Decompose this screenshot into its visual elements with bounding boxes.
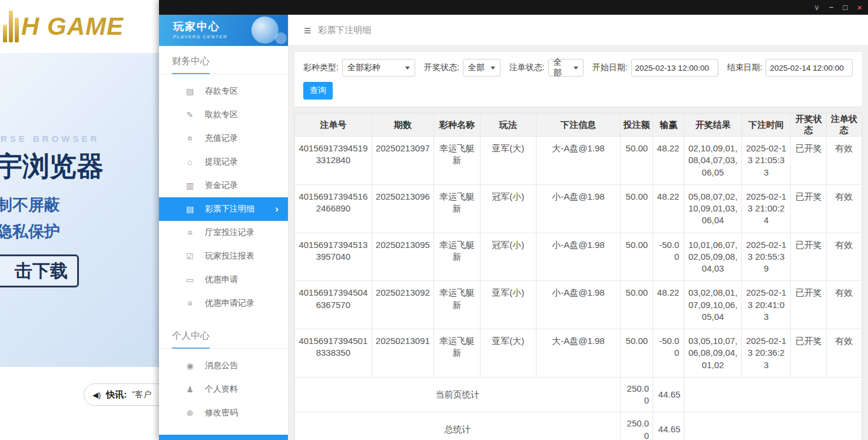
deposit-icon: ▤ [185, 87, 195, 96]
cell-order-status: 有效 [826, 137, 862, 185]
col-order-no: 注单号 [295, 114, 372, 137]
bet-table-panel: 注单号 期数 彩种名称 玩法 下注信息 投注额 输赢 开奖结果 下注时间 开奖状… [294, 113, 863, 440]
start-date-input[interactable] [631, 59, 718, 77]
hh-game-logo: H GAME [3, 11, 124, 42]
cell-lottery: 幸运飞艇新 [434, 233, 480, 281]
chevron-down-icon [405, 67, 410, 70]
cell-play: 冠军(小) [480, 233, 536, 281]
window-titlebar: ∨ − □ × [159, 0, 868, 15]
cell-winloss: 48.22 [653, 281, 684, 329]
browser-promo-banner: ERSE BROWSER 宇浏览器 制不屏蔽 隐私保护 击下载 [0, 53, 159, 367]
hamburger-menu-icon[interactable]: ≡ [304, 24, 311, 37]
cell-draw-status: 已开奖 [791, 184, 826, 233]
sidebar-item-deposit-zone[interactable]: ▤ 存款专区 [159, 80, 288, 103]
cell-period: 20250213096 [372, 184, 434, 233]
summary-empty [684, 377, 862, 412]
total-summary-row: 总统计 250.00 44.65 [295, 412, 862, 440]
hall-record-icon: ≡ [185, 228, 195, 237]
speaker-icon: ◀) [92, 391, 101, 399]
banner-headline: 宇浏览器 [0, 148, 104, 185]
fund-record-icon: ▥ [185, 181, 195, 190]
draw-status-select[interactable]: 全部 [463, 59, 501, 77]
sidebar-item-label: 玩家投注报表 [205, 251, 254, 262]
table-header-row: 注单号 期数 彩种名称 玩法 下注信息 投注额 输赢 开奖结果 下注时间 开奖状… [295, 114, 862, 137]
cell-lottery: 幸运飞艇新 [434, 184, 480, 233]
page-summary-row: 当前页统计 250.00 44.65 [295, 377, 862, 412]
table-row: 401569173945133957040 20250213095 幸运飞艇新 … [295, 233, 862, 281]
section-title: 财务中心 [172, 55, 210, 74]
chevron-down-icon [574, 67, 578, 70]
sidebar-item-hall-bet-records[interactable]: ≡ 厅室投注记录 [159, 221, 288, 244]
window-close-icon[interactable]: × [857, 3, 862, 12]
logo-text: H GAME [21, 11, 124, 42]
banner-subline-1: 制不屏蔽 [0, 194, 60, 216]
sidebar-item-label: 彩票下注明细 [205, 204, 254, 214]
cell-play: 亚军(大) [480, 137, 536, 185]
cell-result: 03,05,10,07,06,08,09,04,01,02 [684, 329, 742, 378]
section-personal-center: 个人中心 [159, 330, 288, 349]
players-center-window: ∨ − □ × 玩家中心 PLAYERS CENTER 财务中心 ▤ 存款专区 [159, 0, 868, 440]
cell-result: 03,02,08,01,07,09,10,06,05,04 [684, 281, 742, 329]
news-ticker: ◀) 快讯: “客户 [84, 383, 159, 406]
order-status-select[interactable]: 全部 [548, 59, 584, 77]
withdrawal-record-icon: ⌂ [185, 157, 195, 167]
start-date-label: 开始日期: [592, 62, 628, 73]
col-period: 期数 [372, 114, 434, 137]
sidebar-item-lottery-bet-details[interactable]: ▤ 彩票下注明细 › [159, 197, 288, 221]
col-play: 玩法 [480, 114, 536, 137]
cell-order-status: 有效 [826, 233, 862, 281]
summary-label: 当前页统计 [295, 377, 621, 412]
summary-winloss: 44.65 [653, 377, 684, 412]
sidebar-item-promo-apply-records[interactable]: ≡ 优惠申请记录 [159, 292, 288, 315]
page-header: ≡ 彩票下注明细 [289, 15, 868, 46]
sidebar-item-message-announcements[interactable]: ◉ 消息公告 [159, 354, 288, 378]
password-gear-icon: ⊛ [185, 408, 195, 418]
cell-play: 亚军(大) [480, 329, 536, 378]
col-bet-amount: 投注额 [620, 114, 652, 137]
window-maximize-icon[interactable]: □ [843, 4, 847, 11]
banner-english-line: ERSE BROWSER [0, 134, 100, 144]
sidebar-item-player-bet-report[interactable]: ☑ 玩家投注报表 [159, 244, 288, 268]
sidebar-item-label: 修改密码 [205, 408, 238, 418]
sidebar-item-withdraw-zone[interactable]: ✎ 取款专区 [159, 103, 288, 127]
window-minimize-icon[interactable]: − [829, 4, 834, 11]
order-status-label: 注单状态: [509, 62, 545, 73]
cell-order-no: 401569173945162466890 [295, 184, 372, 233]
sidebar-item-fund-records[interactable]: ▥ 资金记录 [159, 174, 288, 197]
cell-time: 2025-02-13 20:55:39 [741, 233, 790, 281]
filter-panel: 彩种类型: 全部彩种 开奖状态: 全部 注单状态: 全部 [294, 51, 863, 107]
search-button[interactable]: 查询 [303, 82, 333, 100]
sidebar-item-label: 充值记录 [205, 133, 238, 144]
lottery-type-select[interactable]: 全部彩种 [342, 59, 415, 77]
table-row: 401569173945046367570 20250213092 幸运飞艇新 … [295, 281, 862, 329]
section-finance-center: 财务中心 [159, 55, 288, 74]
cell-time: 2025-02-13 20:41:03 [741, 281, 790, 329]
table-row: 401569173945018338350 20250213091 幸运飞艇新 … [295, 329, 862, 378]
sidebar-item-recharge-records[interactable]: ¤ 充值记录 [159, 127, 288, 150]
background-site-header: H GAME [0, 0, 159, 53]
cell-period: 20250213095 [372, 233, 434, 281]
cell-order-status: 有效 [826, 329, 862, 378]
cell-bet-info: 小-A盘@1.98 [536, 233, 621, 281]
cell-amount: 50.00 [620, 329, 652, 378]
cell-order-no: 401569173945046367570 [295, 281, 372, 329]
end-date-input[interactable] [766, 59, 853, 77]
cell-amount: 50.00 [620, 184, 652, 233]
sidebar-item-withdrawal-records[interactable]: ⌂ 提现记录 [159, 150, 288, 174]
sidebar-item-label: 个人资料 [205, 384, 238, 395]
profile-icon: ♟ [185, 385, 195, 394]
download-button[interactable]: 击下载 [0, 254, 79, 287]
sidebar-item-label: 取款专区 [205, 110, 238, 120]
cell-bet-info: 大-A盘@1.98 [536, 329, 621, 378]
summary-label: 总统计 [295, 412, 621, 440]
cell-draw-status: 已开奖 [791, 329, 826, 378]
sidebar-item-personal-profile[interactable]: ♟ 个人资料 [159, 378, 288, 401]
window-menu-chevron-icon[interactable]: ∨ [814, 4, 820, 11]
sidebar-item-promo-apply[interactable]: ▭ 优惠申请 [159, 268, 288, 292]
sidebar-item-label: 优惠申请记录 [205, 298, 254, 309]
cell-bet-info: 小-A盘@1.98 [536, 184, 621, 233]
table-row: 401569173945193312840 20250213097 幸运飞艇新 … [295, 137, 862, 185]
sidebar-item-change-password[interactable]: ⊛ 修改密码 [159, 401, 288, 425]
draw-status-label: 开奖状态: [424, 62, 459, 73]
sidebar-item-label: 消息公告 [205, 360, 238, 371]
